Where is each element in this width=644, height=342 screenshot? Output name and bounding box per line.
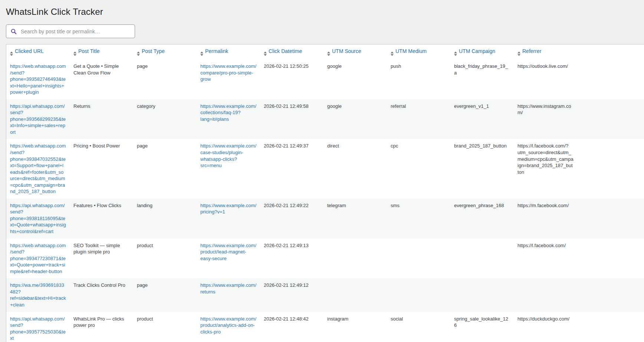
sort-asc-icon	[518, 52, 520, 53]
click-datetime-cell: 2026-02-21 12:49:13	[264, 242, 320, 249]
sort-icon	[264, 52, 267, 56]
permalink-link[interactable]: https://www.example.com/collections/faq-…	[200, 103, 256, 122]
table-header: Clicked URL Post Title Post Type Permali…	[6, 44, 644, 59]
page: WhatsLink Click Tracker Clicked URL Post…	[0, 0, 644, 342]
clicked-url-link[interactable]: https://api.whatsapp.com/send?phone=3935…	[10, 316, 66, 341]
permalink-link[interactable]: https://www.example.com/returns	[200, 282, 256, 295]
sort-icon	[10, 52, 13, 56]
post-type-cell: page	[137, 282, 193, 289]
table-scroll-area[interactable]: Clicked URL Post Title Post Type Permali…	[6, 44, 644, 342]
column-header-post_type[interactable]: Post Type	[133, 44, 197, 59]
column-header-permalink[interactable]: Permalink	[197, 44, 260, 59]
page-title: WhatsLink Click Tracker	[6, 7, 644, 17]
click-datetime-cell: 2026-02-21 12:49:37	[264, 143, 320, 149]
table-header-row: Clicked URL Post Title Post Type Permali…	[6, 44, 644, 59]
search-input[interactable]	[20, 28, 135, 35]
sort-desc-icon	[518, 54, 520, 56]
column-header-utm_campaign[interactable]: UTM Campaign	[450, 44, 514, 59]
click-datetime-cell: 2026-02-21 12:49:22	[264, 202, 320, 209]
clicked-url-link[interactable]: https://wa.me/393691833482?ref=sidebar&t…	[10, 282, 66, 308]
post-title-cell: SEO Toolkit — simple plugin simple pro	[73, 242, 129, 255]
permalink-link[interactable]: https://www.example.com/pricing?v=1	[200, 203, 256, 215]
column-label: Permalink	[205, 48, 228, 54]
sort-asc-icon	[137, 52, 140, 53]
utm-campaign-cell: black_friday_phrase_19_a	[454, 63, 510, 76]
click-datetime-cell: 2026-02-21 12:49:58	[264, 103, 320, 110]
search-box	[6, 24, 135, 38]
utm-campaign-cell: spring_sale_lookalike_126	[454, 316, 510, 329]
utm-source-cell: google	[327, 63, 383, 70]
table-row: https://web.whatsapp.com/send?phone=3935…	[6, 59, 644, 99]
sort-desc-icon	[137, 54, 140, 56]
column-label: Post Type	[142, 48, 165, 54]
referrer-cell: https://outlook.live.com/	[518, 63, 574, 70]
post-title-cell: Track Clicks Control Pro	[73, 282, 129, 289]
sort-desc-icon	[200, 54, 203, 56]
column-header-referrer[interactable]: Referrer	[514, 44, 644, 59]
post-type-cell: page	[137, 63, 193, 70]
utm-campaign-cell: evergreen_phrase_168	[454, 202, 510, 209]
sort-asc-icon	[200, 52, 203, 53]
sort-icon	[137, 52, 140, 56]
table-row: https://api.whatsapp.com/send?phone=3938…	[6, 199, 644, 239]
column-header-utm_source[interactable]: UTM Source	[323, 44, 387, 59]
sort-desc-icon	[391, 54, 394, 56]
sort-asc-icon	[73, 52, 76, 53]
clicked-url-link[interactable]: https://api.whatsapp.com/send?phone=3938…	[10, 203, 66, 234]
column-label: UTM Source	[332, 48, 361, 54]
post-title-cell: Returns	[73, 103, 129, 110]
table-row: https://web.whatsapp.com/send?phone=3934…	[6, 239, 644, 279]
utm-medium-cell: referral	[391, 103, 447, 110]
post-type-cell: category	[137, 103, 193, 110]
utm-medium-cell: cpc	[391, 143, 447, 149]
sort-asc-icon	[327, 52, 330, 53]
table-row: https://wa.me/393691833482?ref=sidebar&t…	[6, 278, 644, 312]
sort-asc-icon	[454, 52, 457, 53]
utm-campaign-cell: brand_2025_187_button	[454, 143, 510, 149]
utm-source-cell: telegram	[327, 202, 383, 209]
column-header-clicked_url[interactable]: Clicked URL	[6, 44, 70, 59]
utm-medium-cell: social	[391, 316, 447, 322]
sort-icon	[327, 52, 330, 56]
post-type-cell: landing	[137, 202, 193, 209]
utm-medium-cell: sms	[391, 202, 447, 209]
clicked-url-link[interactable]: https://api.whatsapp.com/send?phone=3935…	[10, 103, 66, 135]
sort-desc-icon	[327, 54, 330, 56]
post-type-cell: product	[137, 242, 193, 249]
search-icon	[11, 29, 17, 34]
click-datetime-cell: 2026-02-21 12:48:42	[264, 316, 320, 322]
permalink-link[interactable]: https://www.example.com/product/lead-mag…	[200, 243, 256, 261]
sort-desc-icon	[10, 54, 13, 56]
post-title-cell: Get a Quote • Simple Clean Grow Flow	[73, 63, 129, 76]
sort-icon	[454, 52, 457, 56]
post-title-cell: WhatsLink Pro — clicks power pro	[73, 316, 129, 329]
referrer-cell: https://l.facebook.com/	[518, 242, 574, 249]
clicked-url-link[interactable]: https://web.whatsapp.com/send?phone=3938…	[10, 143, 66, 194]
permalink-link[interactable]: https://www.example.com/product/analytic…	[200, 316, 256, 335]
referrer-cell: https://duckduckgo.com/	[518, 316, 574, 322]
post-type-cell: product	[137, 316, 193, 322]
clicked-url-link[interactable]: https://web.whatsapp.com/send?phone=3935…	[10, 63, 66, 95]
post-title-cell: Features • Flow Clicks	[73, 202, 129, 209]
column-header-click_datetime[interactable]: Click Datetime	[260, 44, 323, 59]
column-label: Clicked URL	[15, 48, 44, 54]
column-header-utm_medium[interactable]: UTM Medium	[387, 44, 450, 59]
post-type-cell: page	[137, 143, 193, 149]
column-label: UTM Medium	[395, 48, 427, 54]
table-row: https://api.whatsapp.com/send?phone=3935…	[6, 312, 644, 342]
sort-icon	[200, 52, 203, 56]
referrer-cell: https://m.facebook.com/	[518, 202, 574, 209]
column-label: UTM Campaign	[459, 48, 495, 54]
referrer-cell: https://www.instagram.com/	[518, 103, 574, 116]
permalink-link[interactable]: https://www.example.com/compare/pro-pro-…	[200, 63, 256, 82]
column-header-post_title[interactable]: Post Title	[70, 44, 133, 59]
click-datetime-cell: 2026-02-21 12:50:25	[264, 63, 320, 70]
clicks-table: Clicked URL Post Title Post Type Permali…	[6, 44, 644, 342]
clicked-url-link[interactable]: https://web.whatsapp.com/send?phone=3934…	[10, 243, 66, 274]
sort-desc-icon	[264, 54, 267, 56]
permalink-link[interactable]: https://www.example.com/case-studies/plu…	[200, 143, 256, 168]
table-body: https://web.whatsapp.com/send?phone=3935…	[6, 59, 644, 342]
post-title-cell: Pricing • Boost Power	[73, 143, 129, 149]
referrer-cell: https://l.facebook.com/?utm_source=direc…	[518, 143, 574, 175]
sort-desc-icon	[454, 54, 457, 56]
